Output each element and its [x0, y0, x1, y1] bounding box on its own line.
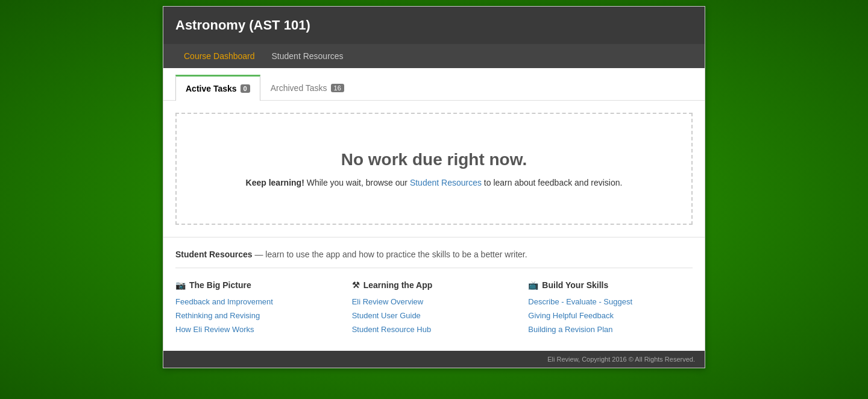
resources-section: Student Resources — learn to use the app…	[163, 237, 705, 351]
nav-item-resources[interactable]: Student Resources	[263, 44, 352, 68]
active-tasks-badge: 0	[241, 84, 250, 93]
big-picture-icon: 📷	[175, 280, 186, 290]
header: Astronomy (AST 101)	[163, 7, 705, 44]
empty-state-middle: While you wait, browse our	[304, 178, 410, 187]
empty-state-title: No work due right now.	[189, 150, 679, 169]
link-eli-review-overview[interactable]: Eli Review Overview	[352, 297, 517, 306]
learning-app-icon: ⚒	[352, 280, 360, 290]
column-title-build-skills: 📺 Build Your Skills	[528, 280, 693, 290]
resources-columns: 📷 The Big Picture Feedback and Improveme…	[175, 280, 693, 339]
empty-state: No work due right now. Keep learning! Wh…	[175, 113, 693, 225]
content-area: Active Tasks 0 Archived Tasks 16 No work…	[163, 74, 705, 351]
build-skills-icon: 📺	[528, 280, 538, 290]
tab-archived-tasks[interactable]: Archived Tasks 16	[260, 75, 354, 101]
resources-column-big-picture: 📷 The Big Picture Feedback and Improveme…	[175, 280, 340, 339]
nav-item-dashboard[interactable]: Course Dashboard	[175, 44, 263, 68]
page-title: Astronomy (AST 101)	[175, 17, 693, 33]
column-title-learning-app-label: Learning the App	[363, 280, 433, 290]
footer: Eli Review, Copyright 2016 © All Rights …	[163, 351, 705, 368]
link-student-user-guide[interactable]: Student User Guide	[352, 311, 517, 320]
footer-text: Eli Review, Copyright 2016 © All Rights …	[547, 356, 695, 363]
resources-column-build-skills: 📺 Build Your Skills Describe - Evaluate …	[528, 280, 693, 339]
resources-column-learning-app: ⚒ Learning the App Eli Review Overview S…	[352, 280, 517, 339]
link-giving-helpful-feedback[interactable]: Giving Helpful Feedback	[528, 311, 693, 320]
archived-tasks-label: Archived Tasks	[271, 83, 327, 93]
student-resources-link[interactable]: Student Resources	[410, 178, 482, 187]
column-title-big-picture-label: The Big Picture	[189, 280, 251, 290]
resources-header: Student Resources — learn to use the app…	[175, 250, 693, 268]
archived-tasks-badge: 16	[331, 84, 344, 92]
keep-learning-text: Keep learning!	[246, 178, 304, 187]
nav-bar: Course Dashboard Student Resources	[163, 44, 705, 68]
column-title-learning-app: ⚒ Learning the App	[352, 280, 517, 290]
link-student-resource-hub[interactable]: Student Resource Hub	[352, 325, 517, 334]
link-rethinking-revising[interactable]: Rethinking and Revising	[175, 311, 340, 320]
column-title-build-skills-label: Build Your Skills	[542, 280, 608, 290]
tab-active-tasks[interactable]: Active Tasks 0	[175, 75, 260, 101]
link-how-eli-works[interactable]: How Eli Review Works	[175, 325, 340, 334]
link-feedback-improvement[interactable]: Feedback and Improvement	[175, 297, 340, 306]
active-tasks-label: Active Tasks	[186, 84, 237, 93]
empty-state-text: Keep learning! While you wait, browse ou…	[189, 178, 679, 187]
resources-header-rest: — learn to use the app and how to practi…	[253, 250, 527, 259]
resources-header-bold: Student Resources	[175, 250, 253, 259]
link-building-revision-plan[interactable]: Building a Revision Plan	[528, 325, 693, 334]
tabs-container: Active Tasks 0 Archived Tasks 16	[163, 74, 705, 101]
column-title-big-picture: 📷 The Big Picture	[175, 280, 340, 290]
link-describe-evaluate-suggest[interactable]: Describe - Evaluate - Suggest	[528, 297, 693, 306]
empty-state-suffix: to learn about feedback and revision.	[482, 178, 623, 187]
main-container: Astronomy (AST 101) Course Dashboard Stu…	[163, 6, 705, 368]
